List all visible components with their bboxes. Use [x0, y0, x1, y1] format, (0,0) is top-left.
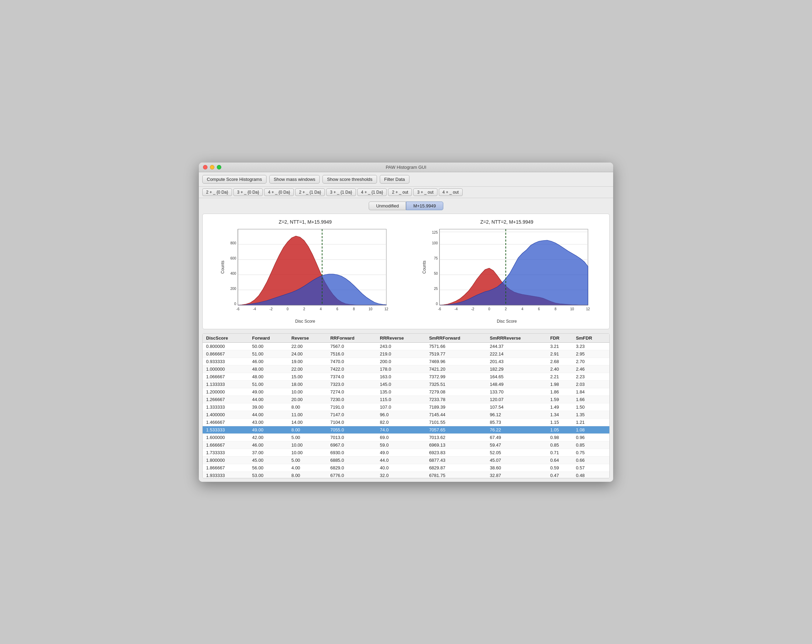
table-row[interactable]: 1.20000049.0010.007274.0135.07279.08133.…	[203, 388, 609, 395]
svg-text:2: 2	[303, 307, 305, 311]
table-row[interactable]: 1.86666756.004.006829.040.06829.8738.600…	[203, 464, 609, 472]
table-row[interactable]: 1.40000044.0011.007147.096.07145.4496.12…	[203, 411, 609, 418]
table-cell-reverse-9: 11.00	[288, 411, 327, 418]
table-cell-forward-12: 42.00	[249, 433, 288, 441]
sub-tab-0[interactable]: Unmodified	[369, 201, 406, 210]
table-row[interactable]: 0.86666751.0024.007516.0219.07519.77222.…	[203, 350, 609, 357]
table-row[interactable]: 1.53333349.008.007055.074.07057.6576.221…	[203, 426, 609, 433]
table-cell-smrrforward-0: 7571.66	[426, 342, 487, 350]
close-button[interactable]	[203, 165, 208, 169]
table-cell-rrforward-14: 6930.0	[327, 449, 377, 456]
table-row[interactable]: 1.06666748.0015.007374.0163.07372.99164.…	[203, 373, 609, 380]
table-cell-forward-4: 48.00	[249, 373, 288, 380]
table-cell-rrforward-0: 7567.0	[327, 342, 377, 350]
table-cell-discscore-16: 1.866667	[203, 464, 249, 472]
filter-data-button[interactable]: Filter Data	[380, 175, 409, 184]
table-cell-reverse-15: 5.00	[288, 456, 327, 464]
minimize-button[interactable]	[210, 165, 214, 169]
table-cell-fdr-6: 1.86	[547, 388, 573, 395]
table-cell-reverse-13: 10.00	[288, 441, 327, 449]
tab-item-6[interactable]: 2 + _ out	[388, 188, 412, 196]
table-cell-rrreverse-12: 69.0	[376, 433, 426, 441]
table-cell-smrrforward-2: 7469.96	[426, 357, 487, 365]
table-row[interactable]: 1.26666744.0020.007230.0115.07233.78120.…	[203, 395, 609, 403]
table-cell-discscore-8: 1.333333	[203, 403, 249, 411]
table-cell-smrrreverse-11: 76.22	[487, 426, 547, 433]
table-row[interactable]: 1.66666746.0010.006967.059.06969.1359.47…	[203, 441, 609, 449]
show-score-thresholds-button[interactable]: Show score thresholds	[322, 175, 377, 184]
tab-item-8[interactable]: 4 + _ out	[439, 188, 462, 196]
table-body: 0.80000050.0022.007567.0243.07571.66244.…	[203, 342, 609, 478]
compute-score-histograms-button[interactable]: Compute Score Histograms	[202, 175, 267, 184]
table-cell-smrrreverse-15: 45.07	[487, 456, 547, 464]
table-cell-reverse-7: 20.00	[288, 395, 327, 403]
table-cell-smfdr-1: 2.95	[572, 350, 609, 357]
tab-item-3[interactable]: 2 + _ {1 Da}	[295, 188, 325, 196]
table-cell-smrrforward-11: 7057.65	[426, 426, 487, 433]
table-cell-discscore-13: 1.666667	[203, 441, 249, 449]
svg-text:800: 800	[230, 241, 236, 245]
table-cell-smrrreverse-9: 96.12	[487, 411, 547, 418]
left-chart-title: Z=2, NTT=1, M+15.9949	[279, 219, 332, 225]
table-cell-reverse-10: 14.00	[288, 418, 327, 426]
table-cell-rrreverse-13: 59.0	[376, 441, 426, 449]
table-row[interactable]: 1.60000042.005.007013.069.07013.6267.490…	[203, 433, 609, 441]
table-row[interactable]: 1.93333353.008.006776.032.06781.7532.870…	[203, 472, 609, 478]
table-cell-smrrreverse-16: 38.60	[487, 464, 547, 472]
table-row[interactable]: 1.00000048.0022.007422.0178.07421.20182.…	[203, 365, 609, 373]
table-cell-smfdr-10: 1.21	[572, 418, 609, 426]
show-mass-windows-button[interactable]: Show mass windows	[269, 175, 320, 184]
svg-text:200: 200	[230, 287, 236, 291]
table-cell-discscore-12: 1.600000	[203, 433, 249, 441]
table-cell-smrrreverse-3: 182.29	[487, 365, 547, 373]
table-cell-rrreverse-9: 96.0	[376, 411, 426, 418]
table-cell-discscore-14: 1.733333	[203, 449, 249, 456]
table-cell-fdr-10: 1.15	[547, 418, 573, 426]
svg-text:-2: -2	[270, 307, 273, 311]
table-cell-smfdr-2: 2.70	[572, 357, 609, 365]
tab-item-4[interactable]: 3 + _ {1 Da}	[326, 188, 356, 196]
table-cell-forward-9: 44.00	[249, 411, 288, 418]
table-cell-fdr-4: 2.21	[547, 373, 573, 380]
table-cell-smrrforward-8: 7189.39	[426, 403, 487, 411]
table-cell-reverse-2: 19.00	[288, 357, 327, 365]
tab-item-0[interactable]: 2 + _ {0 Da}	[202, 188, 232, 196]
table-row[interactable]: 1.80000045.005.006885.044.06877.4345.070…	[203, 456, 609, 464]
table-cell-smrrforward-7: 7233.78	[426, 395, 487, 403]
data-table-container[interactable]: DiscScoreForwardReverseRRForwardRRRevers…	[202, 333, 610, 478]
maximize-button[interactable]	[217, 165, 221, 169]
table-header-smrrreverse: SmRRReverse	[487, 334, 547, 343]
table-row[interactable]: 0.93333346.0019.007470.0200.07469.96201.…	[203, 357, 609, 365]
sub-tab-1[interactable]: M+15.9949	[406, 201, 443, 210]
table-cell-discscore-10: 1.466667	[203, 418, 249, 426]
table-cell-smfdr-5: 2.03	[572, 380, 609, 388]
tab-item-7[interactable]: 3 + _ out	[413, 188, 437, 196]
tab-item-5[interactable]: 4 + _ {1 Da}	[357, 188, 387, 196]
tab-item-2[interactable]: 4 + _ {0 Da}	[264, 188, 294, 196]
table-row[interactable]: 0.80000050.0022.007567.0243.07571.66244.…	[203, 342, 609, 350]
table-cell-fdr-15: 0.64	[547, 456, 573, 464]
table-cell-rrreverse-8: 107.0	[376, 403, 426, 411]
table-cell-discscore-1: 0.866667	[203, 350, 249, 357]
table-cell-fdr-0: 3.21	[547, 342, 573, 350]
table-cell-smfdr-3: 2.46	[572, 365, 609, 373]
table-row[interactable]: 1.46666743.0014.007104.082.07101.5585.73…	[203, 418, 609, 426]
table-row[interactable]: 1.73333337.0010.006930.049.06923.8352.05…	[203, 449, 609, 456]
tab-row: 2 + _ {0 Da}3 + _ {0 Da}4 + _ {0 Da}2 + …	[199, 187, 613, 198]
svg-text:10: 10	[570, 307, 574, 311]
svg-text:100: 100	[432, 241, 438, 245]
table-cell-reverse-11: 8.00	[288, 426, 327, 433]
svg-text:6: 6	[538, 307, 540, 311]
table-cell-reverse-8: 8.00	[288, 403, 327, 411]
table-row[interactable]: 1.13333351.0018.007323.0145.07325.51148.…	[203, 380, 609, 388]
table-cell-discscore-3: 1.000000	[203, 365, 249, 373]
table-cell-rrreverse-5: 145.0	[376, 380, 426, 388]
table-cell-rrforward-13: 6967.0	[327, 441, 377, 449]
table-cell-rrreverse-11: 74.0	[376, 426, 426, 433]
tab-item-1[interactable]: 3 + _ {0 Da}	[234, 188, 263, 196]
table-cell-discscore-5: 1.133333	[203, 380, 249, 388]
table-row[interactable]: 1.33333339.008.007191.0107.07189.39107.5…	[203, 403, 609, 411]
table-cell-discscore-11: 1.533333	[203, 426, 249, 433]
table-header-row: DiscScoreForwardReverseRRForwardRRRevers…	[203, 334, 609, 343]
table-header-forward: Forward	[249, 334, 288, 343]
